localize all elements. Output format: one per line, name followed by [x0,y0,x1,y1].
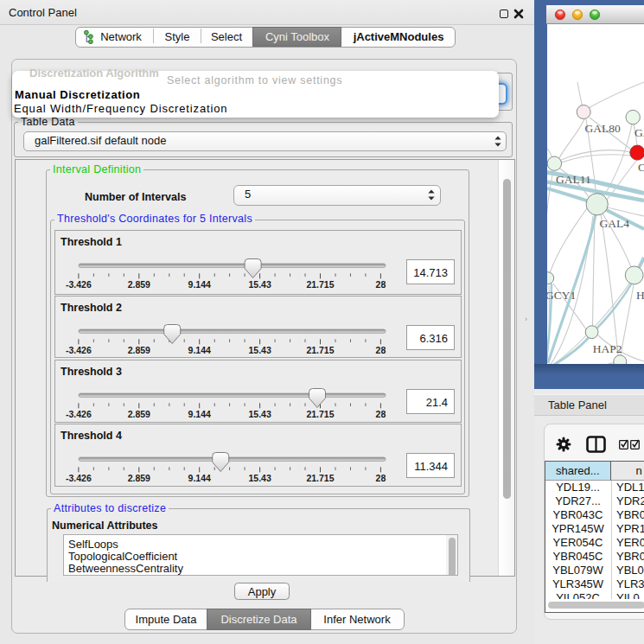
svg-text:9.144: 9.144 [188,279,211,290]
svg-text:C: C [638,161,644,174]
svg-text:GAL80: GAL80 [585,122,621,135]
svg-text:H: H [636,289,644,302]
svg-text:2.859: 2.859 [128,409,150,419]
svg-text:21.715: 21.715 [306,279,334,290]
svg-text:GAL11: GAL11 [556,173,591,186]
svg-text:2.859: 2.859 [128,473,150,483]
svg-text:21.715: 21.715 [306,409,334,419]
svg-text:2.859: 2.859 [128,279,150,290]
svg-text:-3.426: -3.426 [66,409,92,419]
svg-text:GA: GA [634,126,644,139]
svg-text:15.43: 15.43 [248,279,271,290]
svg-text:15.43: 15.43 [248,409,271,419]
svg-text:28: 28 [376,279,386,290]
svg-text:-3.426: -3.426 [66,279,92,290]
svg-text:21.715: 21.715 [306,345,334,355]
svg-text:GCY1: GCY1 [547,289,576,302]
svg-text:HAP2: HAP2 [593,342,622,355]
svg-text:9.144: 9.144 [188,473,211,483]
svg-text:28: 28 [376,345,386,355]
svg-text:28: 28 [376,409,386,419]
svg-text:9.144: 9.144 [188,345,211,355]
svg-text:9.144: 9.144 [188,409,211,419]
svg-text:15.43: 15.43 [248,473,271,483]
svg-text:-3.426: -3.426 [66,345,92,355]
svg-text:21.715: 21.715 [306,473,334,483]
svg-text:2.859: 2.859 [128,345,150,355]
svg-text:-3.426: -3.426 [66,473,92,483]
svg-text:15.43: 15.43 [248,345,271,355]
svg-text:GAL4: GAL4 [600,217,630,230]
svg-text:28: 28 [376,473,386,483]
